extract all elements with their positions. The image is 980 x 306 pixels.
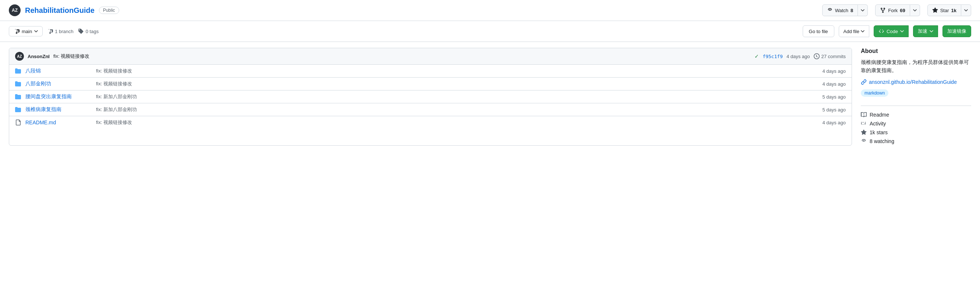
file-time: 5 days ago <box>809 107 846 113</box>
fork-group: Fork 69 <box>875 5 920 16</box>
file-name[interactable]: 腰间盘突出康复指南 <box>25 94 92 100</box>
code-icon <box>878 29 885 34</box>
fork-icon <box>880 7 886 13</box>
website-link[interactable]: ansonznl.github.io/RehabilitationGuide <box>861 79 971 85</box>
file-time: 4 days ago <box>809 120 846 125</box>
fork-dropdown[interactable] <box>910 5 920 16</box>
file-time: 5 days ago <box>809 94 846 100</box>
watch-group: Watch 8 <box>822 5 868 16</box>
chevron-down-icon <box>861 8 864 12</box>
watch-dropdown[interactable] <box>858 5 868 16</box>
website-url: ansonznl.github.io/RehabilitationGuide <box>869 79 957 85</box>
code-label: Code <box>886 29 898 34</box>
chevron-down-icon2 <box>913 8 917 12</box>
file-commit: fix: 新加八部金刚功 <box>96 94 805 100</box>
file-area: AZ AnsonZnl fix: 视频链接修改 ✓ f95c1f9 4 days… <box>9 48 852 146</box>
commit-message: fix: 视频链接修改 <box>53 53 89 60</box>
about-title: About <box>861 48 971 54</box>
commit-avatar: AZ <box>15 52 24 61</box>
about-description: 颈椎病腰突康复指南，为程序员群体提供简单可靠的康复指南。 <box>861 58 971 75</box>
file-name[interactable]: 八段锦 <box>25 68 92 74</box>
book-icon <box>861 112 867 118</box>
activity-icon <box>861 120 867 127</box>
link-icon <box>861 79 867 85</box>
star-group: Star 1k <box>928 5 971 16</box>
file-name[interactable]: README.md <box>25 119 92 125</box>
folder-icon <box>15 107 21 113</box>
add-file-label: Add file <box>843 29 859 34</box>
folder-icon <box>15 68 21 74</box>
repo-name[interactable]: RehabilitationGuide <box>25 6 95 15</box>
commit-check-icon: ✓ <box>754 53 759 59</box>
file-list: 八段锦 fix: 视频链接修改 4 days ago 八部金刚功 fix: 视频… <box>9 65 852 129</box>
readme-label: Readme <box>870 112 889 118</box>
go-to-file-button[interactable]: Go to file <box>803 25 834 37</box>
code-chevron <box>900 29 904 33</box>
jiasu-group: 加速 <box>913 25 938 37</box>
file-time: 4 days ago <box>809 81 846 87</box>
chevron-down-icon3 <box>964 8 968 12</box>
star-icon <box>932 7 938 13</box>
folder-icon <box>15 94 21 100</box>
commit-time: 4 days ago <box>786 54 810 59</box>
file-name[interactable]: 颈椎病康复指南 <box>25 106 92 113</box>
readme-link[interactable]: Readme <box>861 110 971 119</box>
file-name[interactable]: 八部金刚功 <box>25 81 92 87</box>
sidebar: About 颈椎病腰突康复指南，为程序员群体提供简单可靠的康复指南。 anson… <box>861 48 971 146</box>
table-row: 颈椎病康复指南 fix: 新加八部金刚功 5 days ago <box>9 103 852 116</box>
commit-bar: AZ AnsonZnl fix: 视频链接修改 ✓ f95c1f9 4 days… <box>9 48 852 65</box>
branch-count[interactable]: 1 branch <box>47 29 73 34</box>
watching-link[interactable]: 8 watching <box>861 137 971 146</box>
visibility-badge: Public <box>99 6 119 14</box>
watching-count: 8 watching <box>870 138 894 144</box>
commit-hash[interactable]: f95c1f9 <box>763 54 783 59</box>
jiasu-chevron <box>930 29 933 33</box>
add-file-group: Add file <box>839 25 869 37</box>
file-commit: fix: 视频链接修改 <box>96 119 805 126</box>
add-file-chevron <box>861 29 864 33</box>
star-dropdown[interactable] <box>961 5 971 16</box>
activity-link[interactable]: Activity <box>861 119 971 128</box>
watching-icon <box>861 138 867 144</box>
file-icon <box>15 119 21 125</box>
commits-link[interactable]: 27 commits <box>814 53 846 59</box>
eye-icon <box>827 7 833 13</box>
tag-count[interactable]: 0 tags <box>78 29 99 34</box>
stars-link[interactable]: 1k stars <box>861 128 971 137</box>
topic-badge[interactable]: markdown <box>861 89 888 97</box>
jiasu-button[interactable]: 加速 <box>913 25 938 37</box>
main-content: AZ AnsonZnl fix: 视频链接修改 ✓ f95c1f9 4 days… <box>0 42 980 152</box>
branch-selector[interactable]: main <box>9 26 43 36</box>
fork-count: 69 <box>900 8 905 13</box>
jiasu-label: 加速 <box>918 28 928 35</box>
branch-chevron-icon <box>34 29 38 33</box>
fork-label: Fork <box>888 8 897 13</box>
tag-count-label: 0 tags <box>86 29 99 34</box>
repo-avatar: AZ <box>9 5 21 16</box>
folder-icon <box>15 81 21 87</box>
sub-bar: main 1 branch 0 tags Go to file Add file… <box>0 21 980 42</box>
clock-icon <box>814 53 819 59</box>
table-row: 八段锦 fix: 视频链接修改 4 days ago <box>9 65 852 78</box>
file-time: 4 days ago <box>809 68 846 74</box>
star-button[interactable]: Star 1k <box>928 5 961 16</box>
jiasu-mirror-button[interactable]: 加速镜像 <box>942 25 971 37</box>
code-group: Code <box>874 25 908 37</box>
stars-count: 1k stars <box>870 130 888 135</box>
table-row: 腰间盘突出康复指南 fix: 新加八部金刚功 5 days ago <box>9 90 852 103</box>
table-row: 八部金刚功 fix: 视频链接修改 4 days ago <box>9 78 852 90</box>
branch-icon <box>14 29 19 34</box>
commits-count: 27 commits <box>821 54 846 59</box>
watch-button[interactable]: Watch 8 <box>822 5 858 16</box>
code-button[interactable]: Code <box>874 25 908 37</box>
add-file-button[interactable]: Add file <box>839 25 869 37</box>
watch-label: Watch <box>835 8 848 13</box>
branch-name: main <box>22 29 32 34</box>
fork-button[interactable]: Fork 69 <box>875 5 910 16</box>
branch-count-label: 1 branch <box>55 29 73 34</box>
sidebar-divider <box>861 106 971 106</box>
file-commit: fix: 视频链接修改 <box>96 68 805 74</box>
branch-count-icon <box>47 29 53 34</box>
top-bar: AZ RehabilitationGuide Public Watch 8 Fo… <box>0 0 980 21</box>
commit-author[interactable]: AnsonZnl <box>28 54 50 59</box>
